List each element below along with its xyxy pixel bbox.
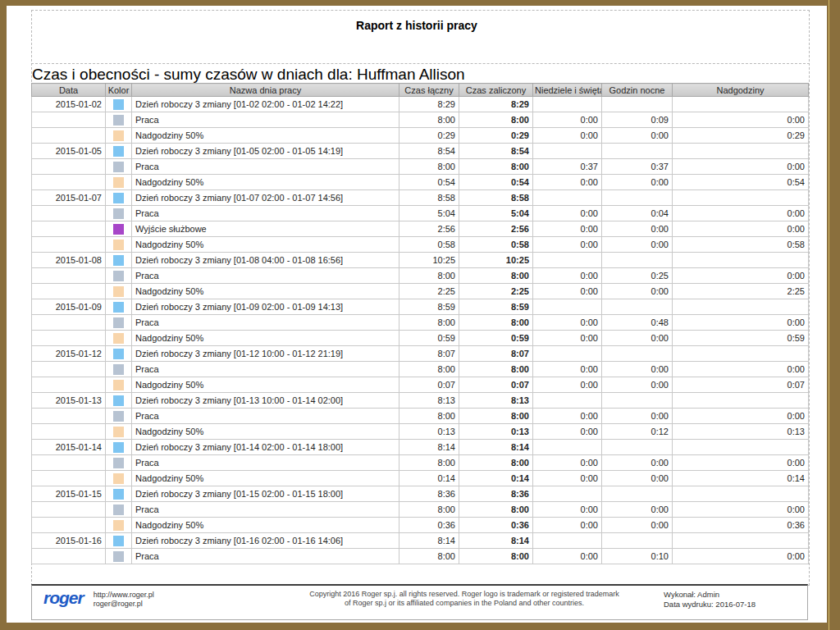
date-cell <box>32 159 106 175</box>
date-cell <box>32 175 106 190</box>
night-hours-cell <box>602 144 673 159</box>
total-time-cell: 8:54 <box>399 144 459 159</box>
color-cell <box>106 112 132 128</box>
color-cell <box>106 393 132 409</box>
color-swatch-icon <box>113 146 124 157</box>
counted-time-cell: 8:29 <box>459 97 533 112</box>
color-cell <box>106 159 132 175</box>
total-time-cell: 8:36 <box>399 486 459 502</box>
day-name-cell: Praca <box>132 455 399 471</box>
date-cell <box>32 424 106 440</box>
color-cell <box>106 284 132 299</box>
report-table-body: 2015-01-02 Dzień roboczy 3 zmiany [01-02… <box>32 97 809 564</box>
total-time-cell: 8:00 <box>399 315 459 331</box>
table-row: 2015-01-07 Dzień roboczy 3 zmiany [01-07… <box>32 190 809 206</box>
color-cell <box>106 377 132 393</box>
total-time-cell: 8:00 <box>399 112 459 128</box>
date-cell <box>32 362 106 377</box>
night-hours-cell: 0:00 <box>602 409 673 424</box>
counted-time-cell: 8:00 <box>459 455 533 471</box>
night-hours-cell <box>602 533 673 549</box>
color-swatch-icon <box>113 349 124 359</box>
date-cell: 2015-01-16 <box>32 533 106 549</box>
date-cell: 2015-01-08 <box>32 253 106 268</box>
overtime-cell: 0:00 <box>673 159 809 175</box>
total-time-cell: 0:59 <box>399 331 459 346</box>
counted-time-cell: 8:07 <box>459 346 533 362</box>
day-name-cell: Dzień roboczy 3 zmiany [01-05 02:00 - 01… <box>132 144 399 159</box>
date-cell: 2015-01-07 <box>32 190 106 206</box>
overtime-cell: 0:14 <box>673 471 809 486</box>
color-swatch-icon <box>113 333 124 344</box>
overtime-cell <box>673 346 809 362</box>
day-name-cell: Nadgodziny 50% <box>132 175 399 190</box>
day-name-cell: Dzień roboczy 3 zmiany [01-09 02:00 - 01… <box>132 299 399 315</box>
night-hours-cell: 0:00 <box>602 471 673 486</box>
total-time-cell: 0:54 <box>399 175 459 190</box>
date-cell: 2015-01-09 <box>32 299 106 315</box>
table-row: Praca 8:00 8:00 0:00 0:10 0:00 <box>32 549 809 564</box>
day-name-cell: Praca <box>132 268 399 284</box>
footer-copyright: Copyright 2016 Roger sp.j. all rights re… <box>265 586 664 608</box>
total-time-cell: 2:25 <box>399 284 459 299</box>
night-hours-cell: 0:00 <box>602 455 673 471</box>
day-name-cell: Dzień roboczy 3 zmiany [01-12 10:00 - 01… <box>132 346 399 362</box>
column-header-date: Data <box>32 84 106 97</box>
total-time-cell: 8:13 <box>399 393 459 409</box>
color-swatch-icon <box>113 536 124 546</box>
day-name-cell: Dzień roboczy 3 zmiany [01-13 10:00 - 01… <box>132 393 399 409</box>
table-row: 2015-01-05 Dzień roboczy 3 zmiany [01-05… <box>32 144 809 159</box>
table-row: Wyjście służbowe 2:56 2:56 0:00 0:00 0:0… <box>32 221 809 237</box>
counted-time-cell: 2:25 <box>459 284 533 299</box>
night-hours-cell: 0:25 <box>602 268 673 284</box>
color-swatch-icon <box>113 271 124 281</box>
counted-time-cell: 8:58 <box>459 190 533 206</box>
day-name-cell: Nadgodziny 50% <box>132 518 399 533</box>
overtime-cell <box>673 533 809 549</box>
counted-time-cell: 0:13 <box>459 424 533 440</box>
copyright-line-1: Copyright 2016 Roger sp.j. all rights re… <box>309 590 619 598</box>
sundays-holidays-cell: 0:00 <box>533 502 602 518</box>
overtime-cell: 0:59 <box>673 331 809 346</box>
date-cell <box>32 331 106 346</box>
total-time-cell: 0:29 <box>399 128 459 144</box>
total-time-cell: 0:36 <box>399 518 459 533</box>
date-cell: 2015-01-05 <box>32 144 106 159</box>
color-cell <box>106 549 132 564</box>
sundays-holidays-cell: 0:00 <box>533 549 602 564</box>
date-cell <box>32 549 106 564</box>
day-name-cell: Dzień roboczy 3 zmiany [01-16 02:00 - 01… <box>132 533 399 549</box>
table-row: Praca 8:00 8:00 0:00 0:00 0:00 <box>32 409 809 424</box>
date-cell <box>32 206 106 221</box>
total-time-cell: 10:25 <box>399 253 459 268</box>
total-time-cell: 8:00 <box>399 159 459 175</box>
sundays-holidays-cell <box>533 486 602 502</box>
day-name-cell: Dzień roboczy 3 zmiany [01-02 02:00 - 01… <box>132 97 399 112</box>
sundays-holidays-cell <box>533 346 602 362</box>
color-swatch-icon <box>113 224 124 235</box>
date-cell <box>32 268 106 284</box>
color-swatch-icon <box>113 286 124 297</box>
sundays-holidays-cell <box>533 144 602 159</box>
total-time-cell: 8:14 <box>399 440 459 455</box>
sundays-holidays-cell <box>533 97 602 112</box>
counted-time-cell: 0:58 <box>459 237 533 253</box>
color-cell <box>106 221 132 237</box>
date-cell <box>32 284 106 299</box>
day-name-cell: Nadgodziny 50% <box>132 284 399 299</box>
night-hours-cell: 0:37 <box>602 159 673 175</box>
total-time-cell: 0:13 <box>399 424 459 440</box>
overtime-cell: 0:00 <box>673 315 809 331</box>
day-name-cell: Dzień roboczy 3 zmiany [01-15 02:00 - 01… <box>132 486 399 502</box>
table-row: Nadgodziny 50% 0:54 0:54 0:00 0:00 0:54 <box>32 175 809 190</box>
counted-time-cell: 8:13 <box>459 393 533 409</box>
counted-time-cell: 8:14 <box>459 440 533 455</box>
sundays-holidays-cell: 0:00 <box>533 455 602 471</box>
color-cell <box>106 190 132 206</box>
table-row: 2015-01-12 Dzień roboczy 3 zmiany [01-12… <box>32 346 809 362</box>
day-name-cell: Wyjście służbowe <box>132 221 399 237</box>
date-cell <box>32 502 106 518</box>
sundays-holidays-cell: 0:00 <box>533 237 602 253</box>
overtime-cell: 0:00 <box>673 362 809 377</box>
table-row: Nadgodziny 50% 0:58 0:58 0:00 0:00 0:58 <box>32 237 809 253</box>
